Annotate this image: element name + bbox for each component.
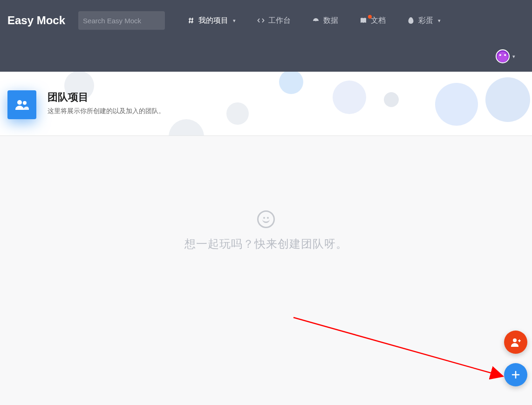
svg-line-3: [192, 18, 193, 23]
svg-point-15: [513, 338, 517, 342]
nav-egg-label: 彩蛋: [418, 16, 433, 26]
primary-nav: 我的项目 ▾ 工作台 数据: [187, 16, 441, 26]
svg-line-2: [190, 18, 191, 23]
svg-point-6: [169, 119, 204, 136]
svg-point-11: [435, 83, 478, 126]
annotation-arrow: [0, 136, 532, 405]
search-input[interactable]: [83, 17, 160, 25]
nav-data-label: 数据: [323, 16, 338, 26]
chevron-down-icon: ▾: [512, 54, 515, 60]
nav-egg[interactable]: 彩蛋 ▾: [407, 16, 441, 26]
nav-data[interactable]: 数据: [312, 16, 338, 26]
svg-line-20: [293, 317, 501, 376]
team-project-icon: [7, 90, 36, 119]
chevron-down-icon: ▾: [233, 18, 236, 24]
svg-point-13: [17, 100, 22, 105]
svg-point-8: [279, 72, 303, 94]
empty-state: 想一起玩吗？快来创建团队呀。: [184, 210, 348, 251]
add-member-button[interactable]: [504, 331, 527, 354]
wink-face-icon: [257, 210, 275, 228]
book-icon: [360, 17, 367, 24]
main-content: 想一起玩吗？快来创建团队呀。: [0, 136, 532, 405]
dashboard-icon: [312, 17, 320, 24]
nav-workbench[interactable]: 工作台: [257, 16, 291, 26]
search-box[interactable]: [78, 11, 165, 30]
create-team-button[interactable]: [504, 363, 527, 386]
svg-point-14: [23, 101, 27, 105]
code-icon: [257, 17, 265, 24]
svg-point-9: [333, 81, 366, 114]
svg-rect-4: [315, 20, 316, 21]
hash-icon: [187, 17, 195, 24]
app-logo[interactable]: Easy Mock: [7, 14, 65, 27]
nav-docs-label: 文档: [371, 16, 386, 26]
nav-my-projects-label: 我的项目: [198, 16, 228, 26]
user-avatar: [496, 49, 510, 63]
nav-my-projects[interactable]: 我的项目 ▾: [187, 16, 236, 26]
page-subtitle: 这里将展示你所创建的以及加入的团队。: [48, 107, 165, 115]
egg-icon: [407, 17, 415, 24]
svg-point-12: [485, 77, 530, 122]
svg-rect-17: [519, 339, 520, 342]
page-subheader: 团队项目 这里将展示你所创建的以及加入的团队。: [0, 72, 532, 136]
user-menu[interactable]: ▾: [496, 49, 515, 63]
page-title: 团队项目: [48, 90, 165, 104]
header-row-user: ▾: [7, 41, 525, 72]
empty-state-message: 想一起玩吗？快来创建团队呀。: [184, 236, 348, 251]
nav-docs[interactable]: 文档: [360, 16, 386, 26]
svg-point-10: [384, 92, 399, 107]
nav-workbench-label: 工作台: [268, 16, 291, 26]
chevron-down-icon: ▾: [438, 18, 441, 24]
svg-point-7: [226, 102, 249, 125]
header-row-main: Easy Mock 我的项目 ▾: [7, 0, 525, 41]
app-header: Easy Mock 我的项目 ▾: [0, 0, 532, 72]
